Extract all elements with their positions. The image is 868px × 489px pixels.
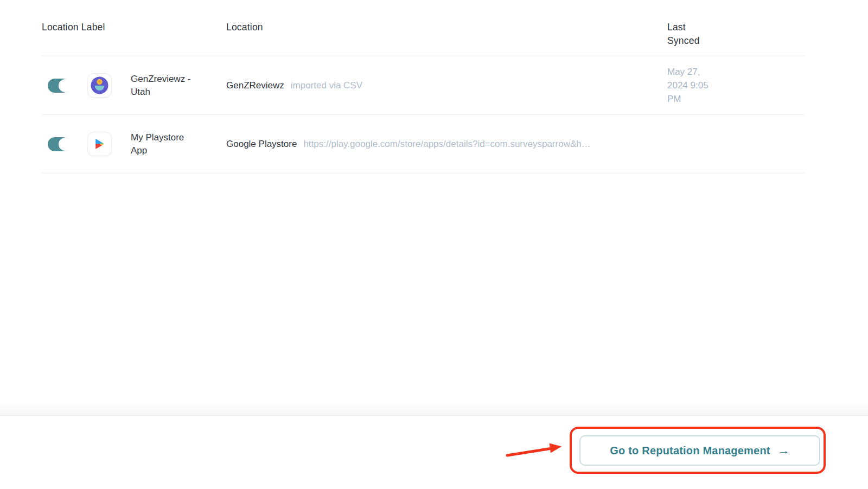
google-playstore-icon (87, 132, 112, 156)
integrations-locations-screen: Location Label Location Last Synced (0, 0, 868, 489)
go-to-reputation-management-button[interactable]: Go to Reputation Management → (579, 435, 820, 466)
table-header-row: Location Label Location Last Synced (42, 0, 805, 56)
location-label-text: GenZreviewz - Utah (131, 73, 201, 99)
location-label-text: My Playstore App (131, 131, 201, 157)
toggle-knob (59, 79, 72, 92)
right-arrow-icon: → (778, 443, 790, 458)
genzreviewz-avatar-icon (87, 73, 112, 98)
table-row: My Playstore App Google Playstore https:… (42, 115, 805, 173)
location-cell: Google Playstore https://play.google.com… (226, 139, 667, 150)
footer-shadow (0, 401, 868, 415)
location-detail: https://play.google.com/store/apps/detai… (303, 139, 590, 150)
location-name: Google Playstore (226, 139, 297, 150)
location-detail: imported via CSV (291, 80, 362, 91)
last-synced-value: May 27, 2024 9:05 PM (667, 65, 713, 106)
location-enabled-toggle[interactable] (48, 137, 68, 151)
table-row: GenZreviewz - Utah GenZReviewz imported … (42, 56, 805, 115)
icon-cell (87, 73, 131, 98)
header-location: Location (226, 0, 667, 34)
icon-cell (87, 132, 131, 156)
toggle-cell (42, 137, 87, 151)
location-name: GenZReviewz (226, 80, 284, 91)
toggle-cell (42, 79, 87, 93)
locations-table: Location Label Location Last Synced (42, 0, 805, 173)
header-location-label: Location Label (42, 0, 226, 34)
toggle-knob (59, 138, 72, 151)
header-last-synced: Last Synced (667, 0, 710, 48)
location-cell: GenZReviewz imported via CSV (226, 80, 667, 91)
cta-button-label: Go to Reputation Management (610, 445, 770, 457)
location-enabled-toggle[interactable] (48, 79, 68, 93)
